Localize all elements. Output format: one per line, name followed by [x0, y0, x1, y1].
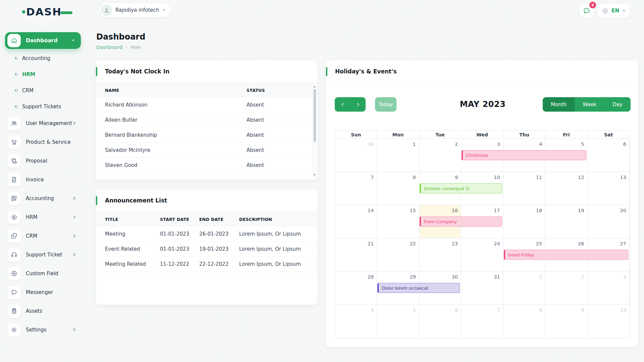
cell-status: Absent [247, 162, 317, 168]
calendar-day-cell[interactable]: 8 [377, 172, 419, 205]
sidebar-item-proposal[interactable]: Proposal [0, 152, 88, 170]
notifications-button[interactable]: 0 [580, 4, 594, 18]
day-number: 22 [410, 241, 416, 246]
calendar-event-dolor-lorem-occaecat[interactable]: Dolor lorem occaecat [377, 283, 460, 293]
sidebar-item-hrm[interactable]: HRM [0, 208, 88, 227]
scroll-up-icon[interactable]: ▲ [313, 84, 316, 88]
calendar-day-cell[interactable]: 28 [335, 272, 377, 304]
day-header-wed: Wed [461, 131, 503, 138]
sidebar-item-support-ticket[interactable]: Support Ticket [0, 245, 88, 264]
calendar-day-cell[interactable]: 21 [335, 238, 377, 271]
sidebar-item-user-management[interactable]: User Management [0, 114, 88, 133]
scrollbar[interactable]: ▲ ▼ [313, 84, 316, 178]
company-name: Rajodiya infotech [115, 7, 159, 13]
day-number: 25 [536, 241, 542, 246]
sidebar-item-settings[interactable]: Settings [0, 320, 88, 339]
day-header-fri: Fri [545, 131, 587, 138]
clockin-card-title: Today's Not Clock In [105, 68, 169, 75]
cell-description: Lorem Ipsum, Or Lipsum [239, 246, 317, 252]
calendar-day-cell[interactable]: 30 [335, 139, 377, 172]
breadcrumb-dashboard-link[interactable]: Dashboard [96, 45, 123, 50]
view-button-day[interactable]: Day [604, 97, 631, 112]
sidebar-item-assets[interactable]: Assets [0, 302, 88, 320]
sidebar-item-label: Assets [26, 308, 42, 314]
calendar-week-row: 14151617181920From Company [335, 205, 630, 238]
calendar-day-cell[interactable]: 23 [419, 238, 461, 271]
chevron-down-icon [71, 38, 75, 44]
calendar-event-dolores-consequat-d[interactable]: Dolores consequat D [420, 183, 502, 193]
table-row: Meeting01-01-202326-01-2023Lorem Ipsum, … [96, 227, 317, 242]
calendar-day-cell[interactable]: 22 [377, 238, 419, 271]
hrm-dashboard-app: DASH Rajodiya infotech 0 [0, 0, 644, 362]
calendar-day-cell[interactable]: 1 [377, 139, 419, 172]
cell-start-date: 11-12-2022 [160, 261, 199, 267]
language-selector[interactable]: EN [598, 4, 630, 18]
calendar-day-cell[interactable]: 18 [503, 205, 545, 238]
calendar-day-cell[interactable]: 2 [419, 139, 461, 172]
sidebar-item-dashboard[interactable]: Dashboard [5, 32, 81, 49]
table-row: Event Related01-01-202319-01-2023Lorem I… [96, 242, 317, 257]
sidebar-item-label: Proposal [26, 158, 47, 164]
calendar-day-cell[interactable]: 2 [545, 272, 587, 304]
calendar-day-cell[interactable]: 13 [588, 172, 630, 205]
sidebar-item-invoice[interactable]: Invoice [0, 170, 88, 189]
sidebar-item-custom-field[interactable]: Custom Field [0, 264, 88, 283]
calendar-day-cell[interactable]: 6 [419, 305, 461, 338]
calendar-day-cell[interactable]: 31 [461, 272, 503, 304]
day-number: 3 [623, 274, 626, 280]
calendar-event-christmas[interactable]: Christmas [462, 150, 586, 160]
calendar-day-cell[interactable]: 19 [545, 205, 587, 238]
sidebar-subitem-label: CRM [22, 87, 34, 94]
sidebar-item-label: User Management [26, 120, 72, 126]
calendar-day-cell[interactable]: 10 [588, 305, 630, 338]
announcement-table-body: Meeting01-01-202326-01-2023Lorem Ipsum, … [96, 227, 317, 272]
calendar-day-cell[interactable]: 5 [377, 305, 419, 338]
view-button-week[interactable]: Week [575, 97, 604, 112]
home-icon [7, 34, 21, 47]
cell-end-date: 19-01-2023 [199, 246, 239, 252]
calendar-event-from-company[interactable]: From Company [420, 217, 502, 227]
sidebar-item-crm[interactable]: CRM [0, 227, 88, 245]
calendar-day-cell[interactable]: 8 [503, 305, 545, 338]
sidebar-subitem-support-tickets[interactable]: Support Tickets [0, 99, 88, 115]
view-button-month[interactable]: Month [543, 97, 575, 112]
sidebar-item-product-service[interactable]: Product & Service [0, 133, 88, 152]
calendar-week-row: 30123456Christmas [335, 139, 630, 172]
calendar-day-cell[interactable]: 7 [461, 305, 503, 338]
calendar-event-good-friday[interactable]: Good Friday [504, 250, 628, 260]
day-number: 5 [413, 307, 416, 313]
day-number: 6 [623, 141, 626, 147]
sidebar-item-messenger[interactable]: Messenger [0, 283, 88, 302]
calendar-day-cell[interactable]: 9 [545, 305, 587, 338]
table-row: Steven GoodAbsent [96, 158, 317, 173]
announcement-card-title: Announcement List [105, 197, 167, 204]
table-row: Bernard BlankenshipAbsent [96, 128, 317, 143]
calendar-day-cell[interactable]: 24 [461, 238, 503, 271]
cell-title: Event Related [105, 246, 160, 252]
scroll-down-icon[interactable]: ▼ [313, 173, 316, 177]
chevron-right-icon [72, 233, 76, 239]
calendar-day-cell[interactable]: 20 [588, 205, 630, 238]
sidebar-subitem-hrm[interactable]: HRM [0, 66, 88, 82]
cell-end-date: 26-01-2023 [199, 231, 239, 237]
calendar-day-cell[interactable]: 6 [588, 139, 630, 172]
day-number: 9 [455, 175, 458, 180]
calendar-week-row: 28293031123Dolor lorem occaecat [335, 272, 630, 305]
calendar-day-cell[interactable]: 1 [503, 272, 545, 304]
calendar-day-cell[interactable]: 15 [377, 205, 419, 238]
calendar-day-cell[interactable]: 11 [503, 172, 545, 205]
sidebar-subitem-accounting[interactable]: Accounting [0, 50, 88, 66]
calendar-day-cell[interactable]: 4 [335, 305, 377, 338]
company-selector[interactable]: Rajodiya infotech [99, 3, 171, 17]
cart-icon [7, 135, 21, 149]
sidebar-item-accounting[interactable]: Accounting [0, 189, 88, 208]
calendar-day-cell[interactable]: 14 [335, 205, 377, 238]
calendar-day-cell[interactable]: 3 [588, 272, 630, 304]
table-row: Richard AtkinsonAbsent [96, 98, 317, 113]
day-number: 29 [410, 274, 416, 280]
calendar-day-cell[interactable]: 7 [335, 172, 377, 205]
calendar-day-cell[interactable]: 12 [545, 172, 587, 205]
sidebar-subitem-crm[interactable]: CRM [0, 82, 88, 99]
calendar-grid: SunMonTueWedThuFriSat 30123456Christmas7… [335, 130, 630, 338]
scroll-thumb[interactable] [314, 89, 316, 142]
